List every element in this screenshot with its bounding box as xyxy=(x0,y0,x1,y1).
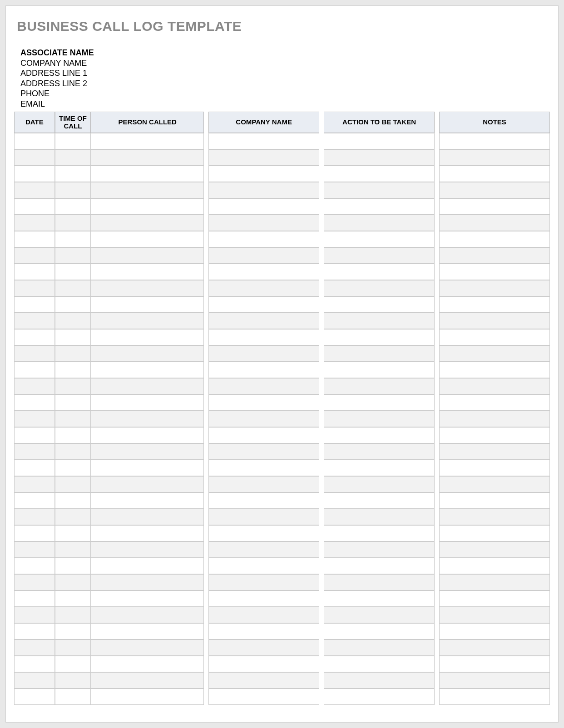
spacer xyxy=(319,460,324,476)
spacer xyxy=(319,689,324,705)
spacer xyxy=(319,166,324,182)
cell-notes xyxy=(439,394,550,411)
cell-notes xyxy=(439,672,550,689)
cell-company xyxy=(208,231,319,247)
cell-action xyxy=(324,623,435,639)
col-header-date: DATE xyxy=(14,112,55,133)
spacer xyxy=(319,574,324,590)
spacer xyxy=(435,329,439,345)
cell-time xyxy=(55,590,91,607)
spacer xyxy=(204,215,208,231)
spacer xyxy=(319,509,324,525)
cell-date xyxy=(14,345,55,362)
cell-person xyxy=(91,313,204,329)
cell-notes xyxy=(439,689,550,705)
cell-person xyxy=(91,231,204,247)
table-row xyxy=(14,492,550,509)
cell-notes xyxy=(439,656,550,672)
cell-action xyxy=(324,231,435,247)
table-row xyxy=(14,656,550,672)
cell-date xyxy=(14,574,55,590)
cell-company xyxy=(208,329,319,345)
spacer xyxy=(435,476,439,492)
cell-date xyxy=(14,313,55,329)
associate-name-label: ASSOCIATE NAME xyxy=(20,48,550,58)
spacer xyxy=(319,394,324,411)
cell-person xyxy=(91,296,204,313)
cell-person xyxy=(91,509,204,525)
cell-company xyxy=(208,264,319,280)
cell-notes xyxy=(439,264,550,280)
spacer xyxy=(435,112,439,133)
cell-company xyxy=(208,541,319,558)
cell-person xyxy=(91,215,204,231)
spacer xyxy=(204,329,208,345)
spacer xyxy=(319,492,324,509)
phone-label: PHONE xyxy=(20,89,550,99)
cell-date xyxy=(14,590,55,607)
cell-company xyxy=(208,362,319,378)
cell-notes xyxy=(439,590,550,607)
cell-action xyxy=(324,149,435,166)
spacer xyxy=(319,231,324,247)
spacer xyxy=(435,133,439,149)
cell-date xyxy=(14,362,55,378)
cell-company xyxy=(208,411,319,427)
cell-person xyxy=(91,492,204,509)
cell-person xyxy=(91,574,204,590)
table-row xyxy=(14,427,550,443)
cell-person xyxy=(91,525,204,541)
cell-company xyxy=(208,166,319,182)
cell-person xyxy=(91,443,204,460)
table-row xyxy=(14,133,550,149)
spacer xyxy=(319,639,324,656)
cell-person xyxy=(91,362,204,378)
spacer xyxy=(319,443,324,460)
cell-company xyxy=(208,378,319,394)
cell-notes xyxy=(439,492,550,509)
spacer xyxy=(319,558,324,574)
cell-action xyxy=(324,313,435,329)
cell-time xyxy=(55,296,91,313)
spacer xyxy=(204,247,208,264)
cell-time xyxy=(55,525,91,541)
cell-company xyxy=(208,623,319,639)
table-row xyxy=(14,525,550,541)
cell-date xyxy=(14,149,55,166)
spacer xyxy=(204,264,208,280)
spacer xyxy=(204,394,208,411)
spacer xyxy=(204,672,208,689)
cell-date xyxy=(14,378,55,394)
spacer xyxy=(435,460,439,476)
spacer xyxy=(435,280,439,296)
cell-notes xyxy=(439,476,550,492)
cell-date xyxy=(14,394,55,411)
cell-time xyxy=(55,362,91,378)
spacer xyxy=(319,112,324,133)
cell-action xyxy=(324,607,435,623)
cell-company xyxy=(208,639,319,656)
cell-person xyxy=(91,672,204,689)
cell-notes xyxy=(439,345,550,362)
col-header-company: COMPANY NAME xyxy=(208,112,319,133)
cell-time xyxy=(55,656,91,672)
cell-date xyxy=(14,541,55,558)
cell-action xyxy=(324,411,435,427)
spacer xyxy=(435,509,439,525)
cell-time xyxy=(55,607,91,623)
spacer xyxy=(204,411,208,427)
cell-time xyxy=(55,689,91,705)
cell-person xyxy=(91,329,204,345)
spacer xyxy=(435,182,439,198)
spacer xyxy=(319,215,324,231)
cell-notes xyxy=(439,460,550,476)
table-row xyxy=(14,443,550,460)
cell-notes xyxy=(439,133,550,149)
cell-time xyxy=(55,672,91,689)
spacer xyxy=(319,541,324,558)
spacer xyxy=(319,133,324,149)
email-label: EMAIL xyxy=(20,99,550,109)
cell-time xyxy=(55,443,91,460)
cell-company xyxy=(208,656,319,672)
spacer xyxy=(435,656,439,672)
